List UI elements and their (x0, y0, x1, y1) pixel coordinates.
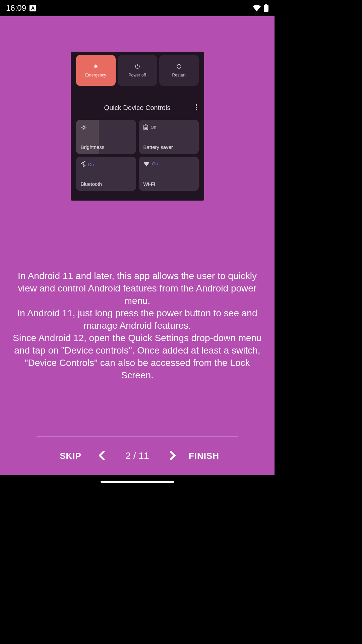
svg-rect-15 (145, 124, 146, 125)
bluetooth-label: Bluetooth (81, 181, 131, 187)
status-time: 16:09 (6, 3, 26, 13)
wifi-icon (252, 5, 261, 11)
power-menu-row: Emergency Power off Restart (74, 55, 201, 86)
nav-center: 2 / 11 (94, 445, 180, 467)
brightness-tile: Brightness (76, 120, 136, 154)
wifi-tile-icon (143, 162, 149, 166)
finish-button[interactable]: FINISH (181, 447, 228, 465)
battery-saver-label: Battery saver (143, 144, 194, 150)
wifi-state: On (152, 161, 158, 166)
svg-line-10 (82, 126, 82, 126)
power-icon (134, 63, 140, 69)
chevron-left-icon (97, 459, 108, 464)
bluetooth-state: On (88, 162, 94, 167)
wifi-tile: On Wi-Fi (139, 157, 199, 191)
svg-line-11 (85, 129, 85, 129)
battery-icon (264, 4, 268, 12)
emergency-icon (93, 63, 99, 69)
onboarding-description: In Android 11 and later, this app allows… (0, 270, 275, 381)
chevron-right-icon (167, 459, 178, 464)
onboarding-nav-bar: SKIP 2 / 11 FINISH (37, 436, 237, 475)
restart-label: Restart (172, 73, 185, 77)
brightness-icon (81, 124, 87, 130)
emergency-tile: Emergency (76, 55, 116, 86)
svg-line-12 (82, 129, 82, 129)
svg-rect-0 (264, 5, 268, 12)
svg-line-13 (85, 126, 85, 126)
status-bar: 16:09 A (0, 0, 275, 16)
svg-point-4 (196, 109, 197, 110)
more-menu-icon (195, 104, 197, 112)
app-indicator-icon: A (29, 5, 36, 11)
page-indicator: 2 / 11 (125, 450, 149, 461)
emergency-label: Emergency (85, 73, 106, 77)
onboarding-content: Emergency Power off Restart Quick Device… (0, 16, 275, 475)
prev-button[interactable] (94, 445, 111, 467)
bluetooth-icon (81, 161, 85, 167)
system-nav-bar (0, 475, 275, 488)
quick-controls-illustration: Emergency Power off Restart Quick Device… (71, 52, 204, 201)
svg-rect-1 (265, 4, 267, 5)
restart-icon (176, 63, 182, 69)
status-bar-left: 16:09 A (6, 3, 36, 13)
svg-rect-16 (144, 127, 147, 129)
svg-point-3 (196, 107, 197, 108)
battery-saver-tile: Off Battery saver (139, 120, 199, 154)
status-bar-right (252, 4, 268, 12)
controls-grid: Brightness Off Battery saver (74, 120, 201, 192)
home-indicator[interactable] (101, 481, 174, 483)
brightness-label: Brightness (81, 144, 131, 150)
wifi-label: Wi-Fi (143, 181, 194, 187)
restart-tile: Restart (159, 55, 199, 86)
battery-saver-state: Off (151, 125, 157, 130)
svg-point-2 (196, 104, 197, 106)
quick-device-controls-header: Quick Device Controls (74, 104, 201, 112)
bluetooth-tile: On Bluetooth (76, 157, 136, 191)
power-off-label: Power off (128, 73, 146, 77)
svg-point-5 (83, 126, 85, 128)
quick-device-controls-title: Quick Device Controls (74, 104, 201, 112)
next-button[interactable] (164, 445, 181, 467)
skip-button[interactable]: SKIP (47, 447, 94, 465)
power-off-tile: Power off (118, 55, 157, 86)
screen: 16:09 A Emergency (0, 0, 275, 488)
battery-saver-icon (143, 124, 148, 130)
